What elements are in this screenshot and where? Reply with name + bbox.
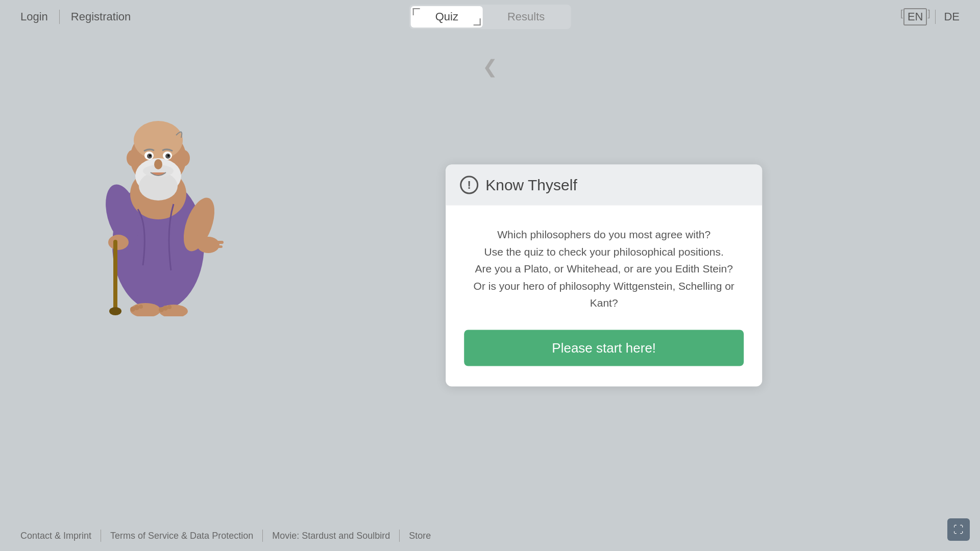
header: Login Registration Quiz Results EN DE xyxy=(0,0,980,33)
language-switcher: EN DE xyxy=(903,8,960,26)
svg-point-8 xyxy=(178,150,190,166)
tab-container: Quiz Results xyxy=(409,5,571,29)
lang-divider xyxy=(935,10,936,24)
svg-point-21 xyxy=(109,307,121,315)
svg-point-17 xyxy=(167,155,169,157)
svg-point-29 xyxy=(139,305,143,309)
movie-link[interactable]: Movie: Stardust and Soulbird xyxy=(263,531,399,541)
svg-rect-23 xyxy=(213,241,224,244)
terms-link[interactable]: Terms of Service & Data Protection xyxy=(101,531,262,541)
expand-icon: ⛶ xyxy=(953,524,964,536)
back-arrow[interactable]: ❮ xyxy=(482,56,498,78)
svg-point-22 xyxy=(197,237,219,253)
card-description: Which philosophers do you most agree wit… xyxy=(464,226,744,312)
footer: Contact & Imprint Terms of Service & Dat… xyxy=(0,520,980,551)
tab-quiz[interactable]: Quiz xyxy=(411,6,483,28)
svg-rect-20 xyxy=(113,240,117,311)
svg-point-28 xyxy=(134,305,139,310)
philosopher-svg xyxy=(82,61,235,316)
svg-point-31 xyxy=(163,306,168,311)
info-icon: ! xyxy=(460,176,478,194)
svg-rect-24 xyxy=(213,245,223,248)
contact-link[interactable]: Contact & Imprint xyxy=(20,531,101,541)
main-card: ! Know Thyself Which philosophers do you… xyxy=(446,165,762,387)
store-link[interactable]: Store xyxy=(400,531,440,541)
svg-point-18 xyxy=(154,159,162,169)
nav-divider-1 xyxy=(59,10,60,24)
tab-results[interactable]: Results xyxy=(483,6,569,28)
svg-point-16 xyxy=(149,155,151,157)
tab-bar: Quiz Results xyxy=(409,5,571,29)
svg-point-6 xyxy=(134,121,183,160)
start-button[interactable]: Please start here! xyxy=(464,330,744,366)
login-link[interactable]: Login xyxy=(20,10,57,23)
registration-link[interactable]: Registration xyxy=(62,10,140,23)
svg-point-32 xyxy=(167,305,172,309)
card-header: ! Know Thyself xyxy=(446,165,762,206)
card-title: Know Thyself xyxy=(485,177,577,194)
philosopher-illustration xyxy=(82,61,235,316)
lang-de-button[interactable]: DE xyxy=(944,10,960,23)
card-body: Which philosophers do you most agree wit… xyxy=(446,206,762,387)
expand-button[interactable]: ⛶ xyxy=(947,518,970,541)
svg-point-7 xyxy=(127,150,139,166)
header-nav: Login Registration xyxy=(20,10,140,24)
lang-en-button[interactable]: EN xyxy=(903,8,927,26)
svg-point-19 xyxy=(108,235,129,250)
